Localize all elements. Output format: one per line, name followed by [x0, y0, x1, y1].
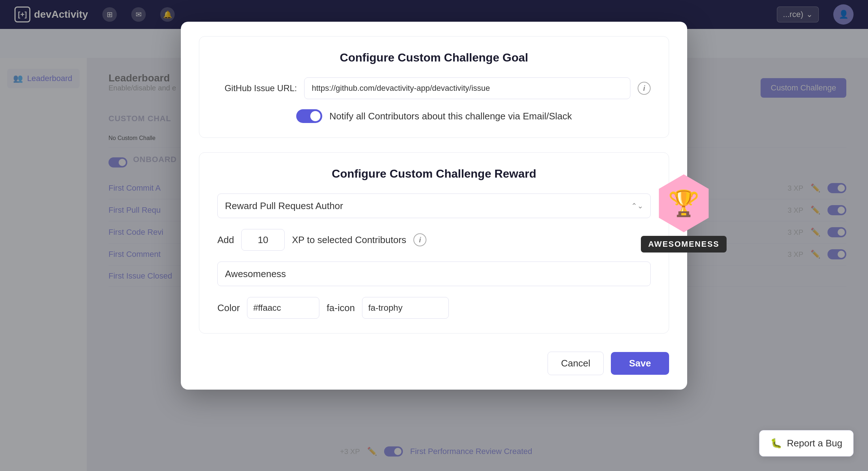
modal-footer: Cancel Save: [181, 344, 687, 390]
goal-title: Configure Custom Challenge Goal: [217, 51, 651, 64]
reward-select-wrapper: Reward Pull Request Author Reward Issue …: [217, 194, 651, 218]
add-label: Add: [217, 234, 234, 246]
color-input[interactable]: [247, 297, 319, 319]
notify-toggle[interactable]: [296, 109, 322, 123]
notify-label: Notify all Contributors about this chall…: [329, 111, 572, 122]
goal-card: Configure Custom Challenge Goal GitHub I…: [199, 36, 669, 138]
icon-label: fa-icon: [327, 302, 355, 314]
github-url-input[interactable]: [304, 77, 630, 99]
info-icon-xp[interactable]: i: [413, 233, 426, 246]
trophy-hexagon: 🏆: [655, 174, 713, 232]
bug-icon: 🐛: [770, 438, 782, 449]
reward-title: Configure Custom Challenge Reward: [217, 167, 651, 181]
reward-card: Configure Custom Challenge Reward 🏆 AWES…: [199, 152, 669, 334]
notify-row: Notify all Contributors about this chall…: [217, 109, 651, 123]
save-button[interactable]: Save: [611, 352, 669, 375]
info-icon-url[interactable]: i: [638, 82, 651, 95]
report-bug-button[interactable]: 🐛 Report a Bug: [759, 430, 854, 457]
cancel-button[interactable]: Cancel: [548, 352, 604, 375]
report-bug-label: Report a Bug: [787, 438, 842, 449]
xp-suffix: XP to selected Contributors: [292, 234, 406, 246]
xp-input[interactable]: [241, 229, 285, 251]
trophy-badge: 🏆 AWESOMENESS: [641, 174, 727, 253]
xp-row: Add XP to selected Contributors i: [217, 229, 651, 251]
color-row: Color fa-icon: [217, 297, 651, 319]
modal-overlay: Configure Custom Challenge Goal GitHub I…: [0, 0, 868, 471]
trophy-label: AWESOMENESS: [641, 236, 727, 253]
github-url-row: GitHub Issue URL: i: [217, 77, 651, 99]
badge-name-input[interactable]: [217, 262, 651, 286]
modal-dialog: Configure Custom Challenge Goal GitHub I…: [181, 22, 687, 390]
github-url-label: GitHub Issue URL:: [217, 83, 297, 93]
reward-type-select[interactable]: Reward Pull Request Author Reward Issue …: [217, 194, 651, 218]
icon-input[interactable]: [362, 297, 449, 319]
trophy-icon: 🏆: [668, 188, 699, 218]
color-label: Color: [217, 302, 240, 314]
